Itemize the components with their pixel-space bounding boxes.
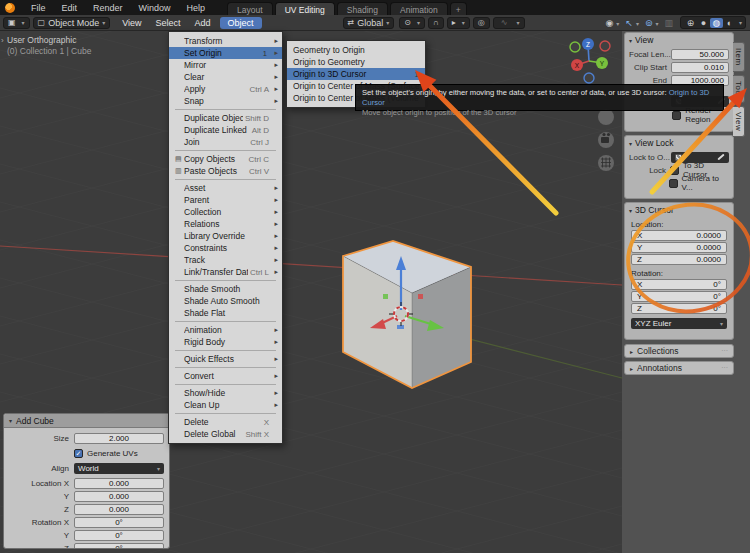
menu-item[interactable]: Asset ▸ <box>169 182 282 194</box>
annotations-panel-collapsed[interactable]: ▸ Annotations ⋯ <box>624 361 734 375</box>
size-field[interactable]: 2.000 <box>74 433 164 444</box>
submenu-item[interactable]: Geometry to Origin <box>287 44 425 56</box>
view-lock-panel-header[interactable]: ▾ View Lock <box>625 136 733 150</box>
menu-item[interactable]: Snap ▸ <box>169 95 282 107</box>
menu-item[interactable]: Duplicate Objects Shift D <box>169 112 282 124</box>
menu-item[interactable]: Shade Smooth <box>169 283 282 295</box>
menu-item[interactable] <box>175 280 276 281</box>
menu-item[interactable] <box>175 413 276 414</box>
topbar-menu[interactable]: Window <box>131 3 179 13</box>
sidebar-tab[interactable]: View <box>733 106 745 137</box>
menu-item[interactable]: Apply Ctrl A ▸ <box>169 83 282 95</box>
menu-item[interactable]: Link/Transfer Data Ctrl L ▸ <box>169 266 282 278</box>
menu-item[interactable] <box>175 321 276 322</box>
euler-mode-dropdown[interactable]: XYZ Euler ▾ <box>631 318 727 329</box>
menu-item[interactable]: Mirror ▸ <box>169 59 282 71</box>
rendered-shading-button[interactable]: ◐ <box>723 18 736 28</box>
cursor-location-field[interactable]: X 0.0000 <box>631 230 727 241</box>
menu-item[interactable]: Duplicate Linked Alt D <box>169 124 282 136</box>
material-preview-shading-button[interactable]: ◍ <box>710 18 723 28</box>
transform-orientation-dropdown[interactable]: ⇄ Global ▾ <box>343 17 395 29</box>
number-field[interactable]: 0.000 <box>74 504 164 515</box>
proportional-edit-toggle[interactable]: ◎ <box>473 17 490 29</box>
menu-item[interactable] <box>175 367 276 368</box>
collections-panel-collapsed[interactable]: ▸ Collections ⋯ <box>624 344 734 358</box>
workspace-tab[interactable]: Layout <box>227 2 273 15</box>
cursor-location-field[interactable]: Z 0.0000 <box>631 254 727 265</box>
menu-item[interactable] <box>175 109 276 110</box>
mode-dropdown[interactable]: ▢ Object Mode ▾ <box>33 17 111 29</box>
viewport-nav-buttons[interactable] <box>598 109 614 171</box>
number-field[interactable]: 0° <box>74 517 164 528</box>
generate-uvs-checkbox[interactable]: ✓ <box>74 449 83 458</box>
menu-item[interactable]: Quick Effects ▸ <box>169 353 282 365</box>
workspace-tab[interactable]: + <box>450 2 467 15</box>
menu-item[interactable]: Convert ▸ <box>169 370 282 382</box>
gizmos-toggle-dropdown[interactable]: ↖▾ <box>622 18 642 28</box>
menu-item[interactable]: Shade Auto Smooth <box>169 295 282 307</box>
menu-item[interactable]: Shade Flat <box>169 307 282 319</box>
camera-to-view-checkbox[interactable] <box>669 179 678 188</box>
menu-item[interactable]: Clean Up ▸ <box>169 399 282 411</box>
blender-logo-icon[interactable] <box>5 3 15 13</box>
cursor-rotation-field[interactable]: X 0° <box>631 279 727 290</box>
sidebar-tab[interactable]: Item <box>733 42 745 72</box>
topbar-menu[interactable]: Help <box>179 3 214 13</box>
submenu-item[interactable]: Origin to Geometry <box>287 56 425 68</box>
menu-item[interactable]: Clear ▸ <box>169 71 282 83</box>
lock-to-3d-cursor-checkbox[interactable] <box>670 166 679 175</box>
workspace-tab[interactable]: Animation <box>390 2 448 15</box>
menu-item[interactable] <box>175 384 276 385</box>
number-field[interactable]: 0.000 <box>74 491 164 502</box>
overlays-toggle-dropdown[interactable]: ⊚▾ <box>642 18 662 28</box>
menu-item[interactable] <box>175 179 276 180</box>
menu-item[interactable]: Show/Hide ▸ <box>169 387 282 399</box>
show-object-types-dropdown[interactable]: ◉▾ <box>602 18 622 28</box>
menu-item[interactable]: Track ▸ <box>169 254 282 266</box>
toolbar-expand-chevron[interactable]: › <box>1 36 4 45</box>
menu-item[interactable]: Collection ▸ <box>169 206 282 218</box>
number-field[interactable]: 0° <box>74 530 164 541</box>
header-menu[interactable]: Add <box>188 18 218 28</box>
number-field[interactable]: 0.010 <box>671 62 729 73</box>
menu-item[interactable]: ▤ Copy Objects Ctrl C <box>169 153 282 165</box>
menu-item[interactable]: Animation ▸ <box>169 324 282 336</box>
header-menu[interactable]: Select <box>149 18 188 28</box>
menu-item[interactable]: Delete Global Shift X <box>169 428 282 440</box>
workspace-tab[interactable]: Shading <box>337 2 388 15</box>
menu-item[interactable] <box>175 350 276 351</box>
view-panel-header[interactable]: ▾ View <box>625 33 733 47</box>
snap-toggle-button[interactable]: ∩ <box>428 17 444 29</box>
pivot-point-dropdown[interactable]: ⊙ ▾ <box>399 17 425 29</box>
topbar-menu[interactable]: Edit <box>54 3 86 13</box>
header-menu-object[interactable]: Object <box>220 17 262 29</box>
menu-item[interactable]: Transform ▸ <box>169 35 282 47</box>
menu-item[interactable]: ▥ Paste Objects Ctrl V <box>169 165 282 177</box>
wireframe-shading-button[interactable]: ⊕ <box>684 18 697 28</box>
number-field[interactable]: 0.000 <box>74 478 164 489</box>
header-menu[interactable]: View <box>115 18 148 28</box>
falloff-dropdown[interactable]: ∿ ▾ <box>493 17 525 29</box>
sidebar-tab[interactable]: Tool <box>733 75 745 104</box>
menu-item[interactable]: Parent ▸ <box>169 194 282 206</box>
cursor-rotation-field[interactable]: Y 0° <box>631 291 727 302</box>
menu-item[interactable]: Join Ctrl J <box>169 136 282 148</box>
solid-shading-button[interactable]: ● <box>697 18 710 28</box>
number-field[interactable]: 0° <box>74 543 164 550</box>
number-field[interactable]: 50.000 <box>671 49 729 60</box>
cursor-rotation-field[interactable]: Z 0° <box>631 303 727 314</box>
eyedropper-icon[interactable] <box>717 154 724 161</box>
menu-item[interactable]: Delete X <box>169 416 282 428</box>
xray-toggle-button[interactable]: ▥ <box>661 18 676 28</box>
menu-item[interactable]: Set Origin 1 ▸ <box>169 47 282 59</box>
operator-panel-header[interactable]: ▾ Add Cube <box>4 414 169 428</box>
topbar-menu[interactable]: File <box>23 3 54 13</box>
cursor-location-field[interactable]: Y 0.0000 <box>631 242 727 253</box>
menu-item[interactable]: Relations ▸ <box>169 218 282 230</box>
editor-type-button[interactable]: ▣ ▾ <box>3 17 30 29</box>
menu-item[interactable]: Rigid Body ▸ <box>169 336 282 348</box>
menu-item[interactable] <box>175 150 276 151</box>
topbar-menu[interactable]: Render <box>85 3 131 13</box>
workspace-tab[interactable]: UV Editing <box>275 2 335 15</box>
align-dropdown[interactable]: World ▾ <box>74 463 164 474</box>
